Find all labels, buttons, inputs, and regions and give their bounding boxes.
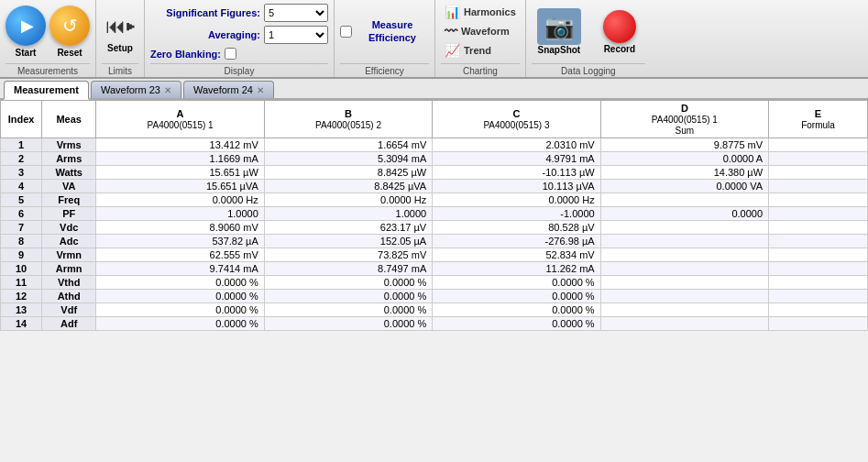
cell-b: 1.0000	[264, 207, 432, 221]
cell-a: 8.9060 mV	[96, 221, 264, 235]
measure-efficiency-checkbox[interactable]	[340, 26, 352, 38]
display-group-label: Display	[150, 63, 328, 77]
tab-waveform23[interactable]: Waveform 23 ✕	[91, 81, 181, 98]
cell-e	[769, 138, 868, 152]
limits-group-label: Limits	[102, 63, 138, 77]
record-button[interactable]: Record	[594, 7, 645, 56]
cell-index: 5	[1, 193, 42, 207]
cell-c: 10.113 µVA	[433, 180, 600, 193]
trend-icon: 📈	[445, 43, 460, 58]
cell-a: 0.0000 %	[96, 290, 264, 303]
averaging-label: Averaging:	[150, 29, 260, 40]
cell-meas: Arms	[42, 152, 96, 166]
cell-e	[769, 207, 868, 221]
reset-label: Reset	[57, 48, 82, 58]
table-row: 11 Vthd 0.0000 % 0.0000 % 0.0000 %	[1, 276, 868, 290]
tabs-bar: Measurement Waveform 23 ✕ Waveform 24 ✕	[0, 79, 868, 100]
cell-meas: Adc	[42, 235, 96, 248]
cell-index: 8	[1, 235, 42, 248]
table-header-row: Index Meas APA4000(0515) 1 BPA4000(0515)…	[1, 101, 868, 138]
cell-c: 0.0000 %	[433, 276, 600, 290]
harmonics-label: Harmonics	[464, 6, 516, 17]
zero-blanking-checkbox[interactable]	[225, 48, 236, 60]
measurement-table: Index Meas APA4000(0515) 1 BPA4000(0515)…	[0, 100, 868, 331]
cell-b: 5.3094 mA	[264, 152, 432, 166]
cell-index: 6	[1, 207, 42, 221]
cell-c: 0.0000 %	[433, 317, 600, 331]
waveform-button[interactable]: 〰 Waveform	[441, 23, 520, 39]
cell-meas: Vrmn	[42, 248, 96, 262]
cell-meas: PF	[42, 207, 96, 221]
cell-c: -10.113 µW	[433, 166, 600, 180]
cell-b: 0.0000 Hz	[264, 193, 432, 207]
start-button[interactable]	[5, 6, 46, 46]
cell-d: 9.8775 mV	[600, 138, 768, 152]
reset-button[interactable]: ↺	[49, 6, 90, 46]
sig-figs-label: Significant Figures:	[150, 7, 260, 18]
setup-icon: ⏮▶	[104, 10, 137, 43]
trend-button[interactable]: 📈 Trend	[441, 42, 520, 59]
cell-a: 15.651 µW	[96, 166, 264, 180]
col-header-c: CPA4000(0515) 3	[433, 101, 600, 138]
table-row: 7 Vdc 8.9060 mV 623.17 µV 80.528 µV	[1, 221, 868, 235]
start-reset-group: Start ↺ Reset Measurements	[0, 0, 96, 77]
tab-waveform24[interactable]: Waveform 24 ✕	[183, 81, 274, 98]
cell-e	[769, 166, 868, 180]
averaging-select[interactable]: 1248	[264, 26, 328, 44]
waveform-label: Waveform	[461, 26, 510, 37]
cell-a: 15.651 µVA	[96, 180, 264, 193]
cell-a: 1.0000	[96, 207, 264, 221]
cell-d: 14.380 µW	[600, 166, 768, 180]
table-row: 9 Vrmn 62.555 mV 73.825 mV 52.834 mV	[1, 248, 868, 262]
cell-e	[769, 152, 868, 166]
tab-measurement[interactable]: Measurement	[4, 81, 89, 100]
cell-a: 537.82 µA	[96, 235, 264, 248]
record-label: Record	[604, 44, 635, 54]
table-row: 13 Vdf 0.0000 % 0.0000 % 0.0000 %	[1, 303, 868, 317]
zero-blanking-row: Zero Blanking:	[150, 48, 328, 60]
table-row: 2 Arms 1.1669 mA 5.3094 mA 4.9791 mA 0.0…	[1, 152, 868, 166]
record-icon	[599, 9, 640, 44]
cell-a: 0.0000 Hz	[96, 193, 264, 207]
efficiency-group: Measure Efficiency Efficiency	[335, 0, 435, 77]
datalogging-group: 📷 SnapShot Record Data Logging	[526, 0, 651, 77]
measure-efficiency-row: Measure Efficiency	[340, 19, 429, 43]
harmonics-button[interactable]: 📊 Harmonics	[441, 4, 520, 20]
table-row: 10 Armn 9.7414 mA 8.7497 mA 11.262 mA	[1, 262, 868, 276]
display-controls: Significant Figures: 51234 Averaging: 12…	[150, 4, 328, 60]
cell-index: 4	[1, 180, 42, 193]
cell-index: 3	[1, 166, 42, 180]
cell-a: 0.0000 %	[96, 303, 264, 317]
cell-a: 1.1669 mA	[96, 152, 264, 166]
cell-b: 8.8425 µVA	[264, 180, 432, 193]
cell-d	[600, 303, 768, 317]
cell-b: 0.0000 %	[264, 276, 432, 290]
cell-index: 12	[1, 290, 42, 303]
table-row: 12 Athd 0.0000 % 0.0000 % 0.0000 %	[1, 290, 868, 303]
waveform-icon: 〰	[445, 24, 457, 38]
setup-button[interactable]: ⏮▶ Setup	[102, 8, 138, 55]
table-row: 4 VA 15.651 µVA 8.8425 µVA 10.113 µVA 0.…	[1, 180, 868, 193]
cell-d: 0.0000 A	[600, 152, 768, 166]
cell-c: 0.0000 %	[433, 303, 600, 317]
cell-meas: Vthd	[42, 276, 96, 290]
start-label: Start	[16, 48, 37, 58]
snapshot-button[interactable]: 📷 SnapShot	[532, 6, 587, 57]
sig-figs-row: Significant Figures: 51234	[150, 4, 328, 22]
table-row: 6 PF 1.0000 1.0000 -1.0000 0.0000	[1, 207, 868, 221]
cell-meas: Vdc	[42, 221, 96, 235]
cell-b: 623.17 µV	[264, 221, 432, 235]
tab-waveform24-label: Waveform 24	[193, 84, 253, 95]
cell-b: 8.8425 µW	[264, 166, 432, 180]
cell-meas: VA	[42, 180, 96, 193]
cell-c: 2.0310 mV	[433, 138, 600, 152]
cell-index: 7	[1, 221, 42, 235]
cell-d	[600, 276, 768, 290]
tab-waveform24-close[interactable]: ✕	[257, 85, 264, 95]
sig-figs-select[interactable]: 51234	[264, 4, 328, 22]
cell-c: 52.834 mV	[433, 248, 600, 262]
tab-waveform23-close[interactable]: ✕	[164, 85, 171, 95]
cell-d: 0.0000	[600, 207, 768, 221]
cell-d: 0.0000 VA	[600, 180, 768, 193]
cell-d	[600, 248, 768, 262]
